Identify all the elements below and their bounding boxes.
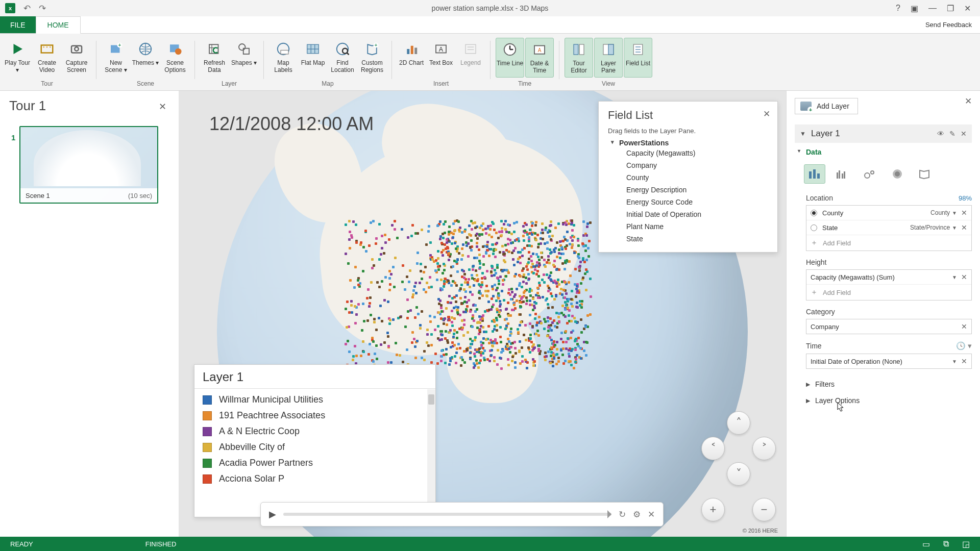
themes-button[interactable]: Themes ▾ <box>131 38 160 78</box>
remove-field-icon[interactable]: ✕ <box>961 273 967 281</box>
delete-layer-icon[interactable]: ✕ <box>961 130 967 138</box>
tour-pane-close-icon[interactable]: ✕ <box>159 101 166 112</box>
dropdown-icon[interactable]: ▼ <box>952 210 957 216</box>
add-location-field[interactable]: ＋ Add Field <box>806 235 971 251</box>
layer-pane-button[interactable]: Layer Pane <box>594 38 623 78</box>
field-list-item[interactable]: Energy Source Code <box>608 196 768 208</box>
field-list-close-icon[interactable]: ✕ <box>763 109 770 119</box>
timeline-track[interactable] <box>283 513 611 516</box>
svg-rect-29 <box>465 44 476 54</box>
clock-icon[interactable]: 🕓 ▾ <box>956 341 972 350</box>
timeline-play-icon[interactable]: ▶ <box>269 509 276 520</box>
new-scene-button[interactable]: +New Scene ▾ <box>102 38 130 78</box>
svg-rect-1 <box>41 45 53 53</box>
minimize-icon[interactable]: — <box>928 4 937 13</box>
dropdown-icon[interactable]: ▼ <box>952 225 957 231</box>
tab-file[interactable]: FILE <box>0 16 36 33</box>
data-section-label[interactable]: Data <box>806 148 972 156</box>
time-line-button[interactable]: Time Line <box>496 38 524 78</box>
location-field-state[interactable]: State State/Province ▼ ✕ <box>806 220 971 235</box>
filters-section[interactable]: ▶ Filters <box>806 376 972 392</box>
nav-left-icon[interactable]: ˂ <box>701 437 725 460</box>
refresh-data-button[interactable]: Refresh Data <box>200 38 229 78</box>
redo-button[interactable]: ↷ <box>39 3 46 14</box>
timeline-close-icon[interactable]: ✕ <box>648 509 655 520</box>
svg-point-3 <box>46 46 48 48</box>
location-percentage[interactable]: 98% <box>959 194 972 202</box>
close-window-icon[interactable]: ✕ <box>964 4 971 13</box>
add-height-field[interactable]: ＋ Add Field <box>806 285 971 300</box>
rename-icon[interactable]: ✎ <box>949 130 955 138</box>
undo-button[interactable]: ↶ <box>23 3 31 14</box>
layer-options-section[interactable]: ▶ Layer Options <box>806 392 972 409</box>
svg-text:A: A <box>538 47 542 53</box>
field-list-item[interactable]: Energy Description <box>608 184 768 196</box>
field-list-button[interactable]: Field List <box>624 38 652 78</box>
time-field[interactable]: Initial Date of Operation (None) ▼ ✕ <box>806 354 971 368</box>
custom-regions-button[interactable]: +Custom Regions <box>358 38 386 78</box>
shapes-button[interactable]: Shapes ▾ <box>230 38 258 78</box>
remove-field-icon[interactable]: ✕ <box>961 209 967 217</box>
zoom-in-icon[interactable]: + <box>701 498 725 521</box>
play-tour-button[interactable]: Play Tour ▾ <box>3 38 32 78</box>
dropdown-icon[interactable]: ▼ <box>952 274 957 280</box>
radio-checked-icon[interactable] <box>811 210 817 216</box>
help-icon[interactable]: ? <box>896 4 900 13</box>
status-view-icon[interactable]: ▭ <box>922 539 930 549</box>
status-view-icon[interactable]: ⧉ <box>943 539 949 549</box>
viz-bubble[interactable] <box>859 164 880 184</box>
height-field[interactable]: Capacity (Megawatts) (Sum) ▼ ✕ <box>806 270 971 285</box>
timeline-settings-icon[interactable]: ⚙ <box>633 509 641 520</box>
capture-screen-button[interactable]: Capture Screen <box>62 38 91 78</box>
radio-icon[interactable] <box>811 224 817 231</box>
scene-options-button[interactable]: Scene Options <box>161 38 189 78</box>
field-list-item[interactable]: Plant Name <box>608 220 768 233</box>
legend-button[interactable]: Legend <box>456 38 485 78</box>
remove-field-icon[interactable]: ✕ <box>961 223 967 232</box>
visibility-icon[interactable]: 👁 <box>937 130 944 138</box>
nav-right-icon[interactable]: ˃ <box>752 437 776 460</box>
send-feedback-link[interactable]: Send Feedback <box>917 16 980 33</box>
remove-field-icon[interactable]: ✕ <box>961 357 967 365</box>
location-field-county[interactable]: County County ▼ ✕ <box>806 206 971 220</box>
legend-label: Willmar Municipal Utilities <box>219 394 323 405</box>
legend-scrollbar[interactable] <box>427 389 435 517</box>
create-video-button[interactable]: Create Video <box>33 38 61 78</box>
tab-home[interactable]: HOME <box>36 16 81 34</box>
tour-editor-button[interactable]: Tour Editor <box>565 38 593 78</box>
field-list-item[interactable]: County <box>608 171 768 184</box>
remove-field-icon[interactable]: ✕ <box>961 322 967 331</box>
scene-thumbnail[interactable]: 1 Scene 1 (10 sec) <box>19 126 158 204</box>
flat-map-button[interactable]: Flat Map <box>299 38 327 78</box>
viz-clustered-column[interactable] <box>831 164 853 184</box>
layer-pane-close-icon[interactable]: ✕ <box>965 96 972 107</box>
field-list-item[interactable]: State <box>608 233 768 245</box>
field-list-table-name[interactable]: PowerStations <box>608 139 768 147</box>
add-layer-button[interactable]: Add Layer <box>795 98 858 114</box>
field-list-item[interactable]: Initial Date of Operation <box>608 208 768 220</box>
timeline-loop-icon[interactable]: ↻ <box>619 509 626 520</box>
dropdown-icon[interactable]: ▼ <box>952 359 957 364</box>
2d-chart-button[interactable]: 2D Chart <box>397 38 426 78</box>
nav-up-icon[interactable]: ˄ <box>727 411 750 435</box>
find-location-button[interactable]: Find Location <box>328 38 357 78</box>
date-time-button[interactable]: ADate & Time <box>525 38 554 78</box>
maximize-icon[interactable]: ❐ <box>947 4 954 13</box>
legend-panel[interactable]: Layer 1 Willmar Municipal Utilities191 P… <box>194 364 436 517</box>
map-labels-button[interactable]: Map Labels <box>269 38 298 78</box>
svg-rect-48 <box>837 172 838 179</box>
field-list-item[interactable]: Company <box>608 159 768 171</box>
field-list-item[interactable]: Capacity (Megawatts) <box>608 147 768 159</box>
status-view-icon[interactable]: ◲ <box>962 539 970 549</box>
layer-header[interactable]: ▼ Layer 1 👁 ✎ ✕ <box>795 124 972 143</box>
nav-down-icon[interactable]: ˅ <box>727 462 750 486</box>
svg-text:+: + <box>375 42 378 48</box>
category-field[interactable]: Company ✕ <box>806 319 971 334</box>
ribbon-options-icon[interactable]: ▣ <box>911 4 918 13</box>
text-box-button[interactable]: AText Box <box>427 38 455 78</box>
viz-region[interactable] <box>914 164 936 184</box>
zoom-out-icon[interactable]: − <box>752 498 776 521</box>
map-viewport[interactable]: 12/1/2008 12:00 AM Field List ✕ Drag fie… <box>179 91 786 537</box>
viz-stacked-column[interactable] <box>804 164 825 184</box>
viz-heatmap[interactable] <box>887 164 908 184</box>
